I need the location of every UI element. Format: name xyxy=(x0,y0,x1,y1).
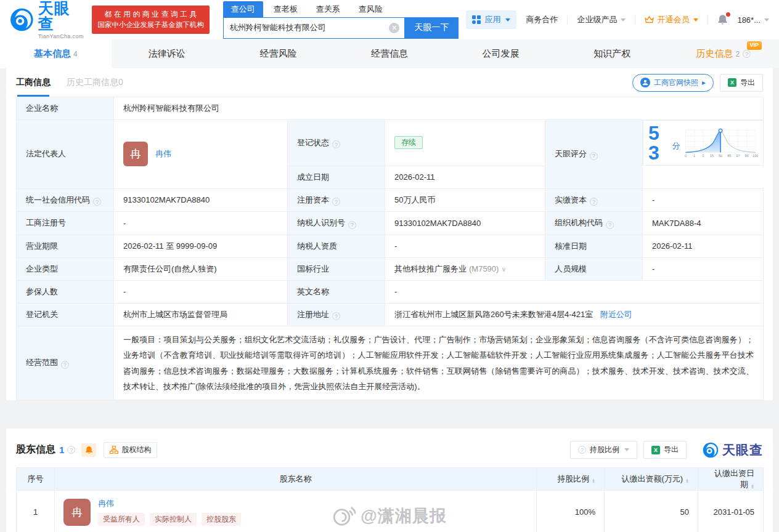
tab-legal-proceedings[interactable]: 法律诉讼 xyxy=(112,39,223,68)
search-type-tabs: 查公司 查老板 查关系 查风险 xyxy=(223,1,459,17)
search-input[interactable] xyxy=(223,17,405,39)
svg-text:50: 50 xyxy=(719,154,722,158)
help-icon[interactable]: ? xyxy=(743,50,751,58)
table-row: 营业期限 2026-02-11 至 9999-09-09 纳税人资质 - 核准日… xyxy=(17,235,764,257)
company-info-table: 企业名称 杭州羚柯智能科技有限公司 法定代表人 冉 冉伟 登记状态? 存续 天眼… xyxy=(16,97,764,400)
company-type-label: 企业类型 xyxy=(17,257,114,280)
taxpayer-id-label: 纳税人识别号 xyxy=(297,218,345,227)
amount-value: 50 xyxy=(605,491,698,532)
help-icon[interactable]: ? xyxy=(61,361,69,369)
tab-basic-info[interactable]: 基本信息 4 xyxy=(0,39,112,68)
score-unit: 分 xyxy=(672,140,680,151)
tab-count: 4 xyxy=(73,50,78,58)
top-header: 天眼查 TianYanCha.com 都 在 用 的 商 业 查 询 工 具 国… xyxy=(0,0,779,39)
staff-size-value: - xyxy=(643,257,764,280)
col-ratio[interactable]: 持股比例▲▼ xyxy=(537,468,605,491)
help-icon[interactable]: ? xyxy=(332,140,340,148)
stamp-icon xyxy=(640,78,650,87)
snapshot-label: 工商官网快照 xyxy=(654,78,698,88)
search-button[interactable]: 天眼一下 xyxy=(404,17,459,39)
org-code-value: MAK7DA88-4 xyxy=(643,212,764,235)
promo-line2: 国家中小企业发展子基金旗下机构 xyxy=(97,20,204,31)
help-icon[interactable]: ? xyxy=(93,198,101,206)
score-cell[interactable]: 53 分 xyxy=(643,120,764,166)
clear-search-icon[interactable]: ✕ xyxy=(389,23,399,33)
industry-value-cell[interactable]: 其他科技推广服务业(M7590)∨ xyxy=(385,257,545,280)
taxpayer-id-value: 91330102MAK7DA8840 xyxy=(385,212,545,235)
score-distribution-chart: 0 1 3 15 50 85 97 99 100 xyxy=(683,124,757,161)
tianyancha-logo[interactable]: 天眼查 TianYanCha.com xyxy=(10,1,84,39)
tab-label: 法律诉讼 xyxy=(149,48,186,60)
excel-icon: X xyxy=(651,446,660,454)
help-icon[interactable]: ? xyxy=(590,198,598,206)
sort-icon: ▲▼ xyxy=(751,484,754,489)
export-shareholders-button[interactable]: X 导出 xyxy=(643,441,687,459)
search-box: ✕ 天眼一下 xyxy=(223,17,459,39)
equity-structure-label: 股权结构 xyxy=(121,445,151,455)
help-icon[interactable]: ? xyxy=(332,198,340,206)
search-tab-company[interactable]: 查公司 xyxy=(223,1,263,17)
paid-capital-label: 实缴资本 xyxy=(555,195,587,204)
search-tab-boss[interactable]: 查老板 xyxy=(266,1,306,17)
col-date[interactable]: 认缴出资日期▲▼ xyxy=(698,468,764,491)
table-row: 企业类型 有限责任公司(自然人独资) 国标行业 其他科技推广服务业(M7590)… xyxy=(17,257,764,280)
industry-label: 国标行业 xyxy=(288,257,385,280)
export-label: 导出 xyxy=(664,445,679,455)
help-icon[interactable]: ? xyxy=(348,221,356,229)
tag-actual-controller: 实际控制人 xyxy=(150,513,197,526)
divider xyxy=(635,15,635,25)
help-icon[interactable]: ? xyxy=(590,152,598,160)
nav-business-cooperation[interactable]: 商务合作 xyxy=(526,14,558,25)
tianyancha-logo-icon xyxy=(703,442,719,458)
search-tab-risk[interactable]: 查风险 xyxy=(351,1,391,17)
equity-structure-button[interactable]: 股权结构 xyxy=(104,442,157,458)
avatar[interactable]: 冉 xyxy=(123,142,148,166)
help-icon[interactable]: ? xyxy=(332,312,340,320)
svg-text:100: 100 xyxy=(752,154,757,158)
avatar[interactable]: 冉 xyxy=(63,499,91,526)
tab-intellectual-property[interactable]: 知识产权 xyxy=(557,39,668,68)
search-tab-relation[interactable]: 查关系 xyxy=(308,1,348,17)
shareholders-header: 股东信息 1 ? 股权结构 ? 持股比例 X xyxy=(16,429,763,467)
nav-enterprise-products[interactable]: 企业级产品 xyxy=(577,14,626,25)
logo-subtitle: TianYanCha.com xyxy=(38,33,84,39)
score-label: 天眼评分 xyxy=(555,149,587,158)
main-tabbar: 基本信息 4 法律诉讼 经营风险 经营信息 公司发展 知识产权 历史信息 2 ?… xyxy=(0,39,779,68)
user-account-menu[interactable]: 186*... xyxy=(737,15,769,25)
subtab-history-registration[interactable]: 历史工商信息0 xyxy=(67,68,123,97)
org-code-label: 组织机构代码 xyxy=(555,218,603,227)
shareholders-actions: ? 持股比例 X 导出 天眼查 xyxy=(570,441,763,459)
divider xyxy=(708,15,708,25)
notifications-bell[interactable] xyxy=(717,14,728,25)
registration-section: 工商信息 历史工商信息0 工商官网快照 ▸ X 导出 企业名称 杭州羚柯智能科技… xyxy=(6,68,773,400)
ratio-filter-button[interactable]: ? 持股比例 xyxy=(570,441,637,459)
brand-name: 天眼查 xyxy=(722,441,763,459)
help-icon[interactable]: ? xyxy=(67,446,75,454)
help-icon[interactable]: ? xyxy=(606,221,614,229)
tab-business-info[interactable]: 经营信息 xyxy=(334,39,446,68)
official-snapshot-button[interactable]: 工商官网快照 ▸ xyxy=(632,74,714,92)
chevron-down-icon[interactable]: ∨ xyxy=(501,265,506,273)
tab-company-development[interactable]: 公司发展 xyxy=(445,39,557,68)
business-term-value: 2026-02-11 至 9999-09-09 xyxy=(114,235,288,257)
tab-operational-risk[interactable]: 经营风险 xyxy=(222,39,334,68)
industry-code: (M7590) xyxy=(469,264,499,273)
nearby-companies-link[interactable]: 附近公司 xyxy=(600,310,632,319)
approval-date-label: 核准日期 xyxy=(545,235,643,257)
notification-dot xyxy=(726,12,730,17)
export-button[interactable]: X 导出 xyxy=(720,74,763,92)
col-amount[interactable]: 认缴出资额(万元)▲▼ xyxy=(605,468,698,491)
monitor-bell-button[interactable] xyxy=(81,443,96,457)
tab-history-info[interactable]: 历史信息 2 ? VIP xyxy=(667,39,779,68)
reg-status-label: 登记状态 xyxy=(297,138,329,147)
business-scope-text: 一般项目：项目策划与公关服务；组织文化艺术交流活动；礼仪服务；广告设计、代理；广… xyxy=(114,326,764,400)
shareholder-name-link[interactable]: 冉伟 xyxy=(98,499,114,508)
subtab-business-registration[interactable]: 工商信息 xyxy=(16,68,51,97)
nav-open-vip[interactable]: 开通会员 xyxy=(645,14,698,25)
svg-text:85: 85 xyxy=(728,154,732,158)
legal-rep-link[interactable]: 冉伟 xyxy=(155,148,171,159)
tab-count: 2 xyxy=(735,50,740,58)
apps-menu[interactable]: 应用 xyxy=(466,10,516,29)
bell-icon xyxy=(85,446,93,454)
registry-authority-value: 杭州市上城区市场监督管理局 xyxy=(114,303,288,326)
